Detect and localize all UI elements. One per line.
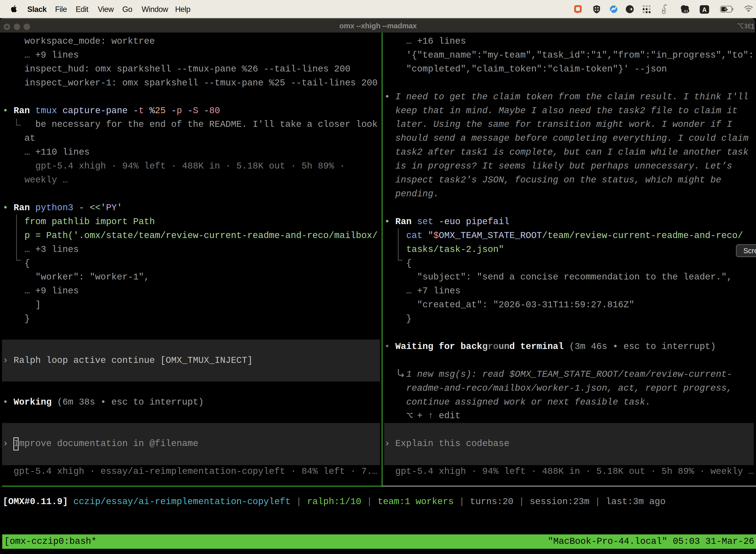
svg-text:A: A bbox=[702, 6, 707, 13]
svg-text:..61: ..61 bbox=[682, 9, 688, 13]
